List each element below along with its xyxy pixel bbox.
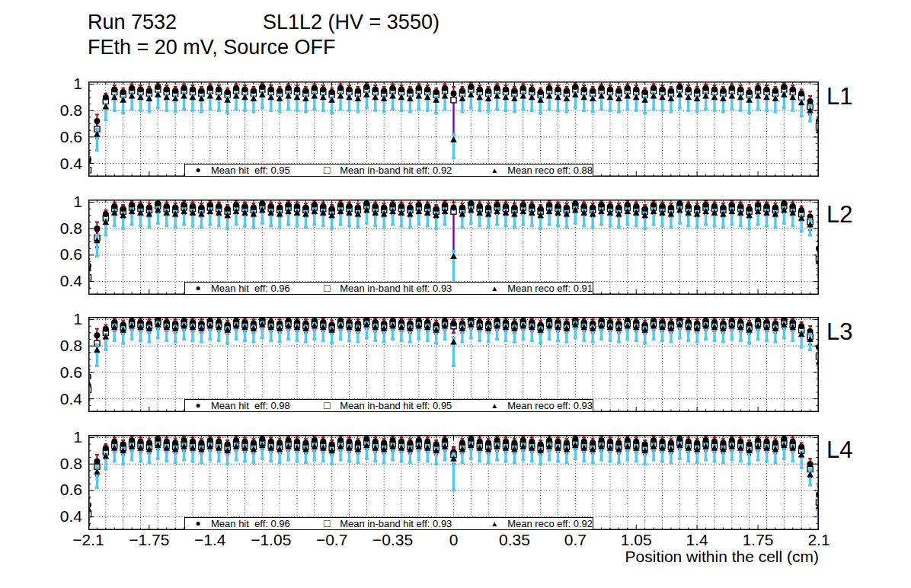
y-tick-label: 0.4	[37, 155, 82, 173]
y-tick-label: 0.4	[37, 507, 82, 526]
legend-filled-circle-icon: ●	[185, 283, 211, 294]
y-tick-label: 0.6	[37, 363, 82, 382]
efficiency-plot-L3	[88, 317, 819, 412]
legend-entry: □Mean in-band hit eff: 0.93	[314, 283, 481, 294]
efficiency-panel-L3: ●Mean hit eff: 0.98□Mean in-band hit eff…	[88, 317, 819, 412]
legend-label: Mean reco eff: 0.91	[507, 283, 593, 294]
y-tick-label: 0.8	[37, 337, 82, 355]
legend-label: Mean reco eff: 0.88	[507, 165, 593, 176]
y-tick-label: 1	[37, 310, 82, 328]
legend-filled-circle-icon: ●	[185, 165, 211, 176]
x-tick-label: −1.4	[184, 531, 237, 549]
legend-label: Mean hit eff: 0.96	[211, 283, 290, 294]
y-tick-label: 0.8	[37, 101, 82, 120]
legend-label: Mean reco eff: 0.92	[507, 518, 593, 529]
run-label: Run 7532	[88, 11, 177, 34]
efficiency-plot-L4	[88, 435, 819, 530]
x-tick-label: −0.35	[366, 531, 420, 549]
legend-L2: ●Mean hit eff: 0.96□Mean in-band hit eff…	[184, 282, 593, 295]
efficiency-panel-L1: ●Mean hit eff: 0.95□Mean in-band hit eff…	[88, 81, 819, 177]
y-tick-label: 0.4	[37, 272, 82, 290]
x-tick-label: −0.7	[305, 531, 359, 549]
legend-filled-triangle-icon: ▲	[481, 283, 507, 294]
legend-filled-circle-icon: ●	[185, 518, 211, 529]
y-tick-label: 0.8	[37, 219, 82, 238]
x-tick-label: 0.35	[487, 531, 541, 549]
x-tick-label: −2.1	[62, 531, 115, 549]
legend-filled-triangle-icon: ▲	[481, 518, 507, 529]
efficiency-panel-L4: ●Mean hit eff: 0.96□Mean in-band hit eff…	[88, 435, 819, 530]
legend-open-square-icon: □	[314, 518, 340, 529]
layer-label-L1: L1	[826, 83, 852, 110]
y-tick-label: 1	[37, 75, 82, 93]
y-tick-label: 0.8	[37, 455, 82, 473]
legend-label: Mean reco eff: 0.93	[507, 400, 593, 411]
legend-filled-circle-icon: ●	[185, 400, 211, 411]
y-tick-label: 0.4	[37, 390, 82, 408]
legend-open-square-icon: □	[314, 165, 340, 176]
efficiency-panel-L2: ●Mean hit eff: 0.96□Mean in-band hit eff…	[88, 200, 819, 295]
efficiency-plot-L2	[88, 200, 819, 295]
y-tick-label: 1	[37, 428, 82, 446]
legend-label: Mean in-band hit eff: 0.93	[340, 518, 452, 529]
legend-entry: ▲Mean reco eff: 0.92	[481, 518, 593, 529]
legend-label: Mean hit eff: 0.96	[211, 518, 290, 529]
x-tick-label: −1.05	[245, 531, 298, 549]
legend-entry: □Mean in-band hit eff: 0.92	[314, 165, 481, 176]
x-tick-label: 1.4	[670, 531, 724, 549]
legend-filled-triangle-icon: ▲	[481, 165, 507, 176]
legend-entry: ▲Mean reco eff: 0.88	[481, 165, 593, 176]
legend-entry: ●Mean hit eff: 0.95	[185, 165, 314, 176]
legend-entry: ●Mean hit eff: 0.96	[185, 518, 314, 529]
root-canvas: Run 7532 SL1L2 (HV = 3550) FEth = 20 mV,…	[0, 0, 911, 588]
chamber-hv-label: SL1L2 (HV = 3550)	[263, 11, 440, 34]
x-tick-label: 1.05	[609, 531, 663, 549]
legend-label: Mean in-band hit eff: 0.93	[340, 283, 452, 294]
legend-label: Mean in-band hit eff: 0.92	[340, 165, 452, 176]
legend-label: Mean in-band hit eff: 0.95	[340, 400, 452, 411]
x-tick-label: 2.1	[792, 531, 845, 549]
x-tick-label: 0	[427, 531, 481, 549]
legend-open-square-icon: □	[314, 400, 340, 411]
legend-L4: ●Mean hit eff: 0.96□Mean in-band hit eff…	[184, 517, 593, 530]
layer-label-L2: L2	[826, 201, 852, 228]
legend-L1: ●Mean hit eff: 0.95□Mean in-band hit eff…	[184, 164, 593, 177]
y-tick-label: 0.6	[37, 245, 82, 264]
x-tick-label: −1.75	[123, 531, 176, 549]
legend-entry: ●Mean hit eff: 0.98	[185, 400, 314, 411]
legend-entry: □Mean in-band hit eff: 0.93	[314, 518, 481, 529]
legend-entry: ●Mean hit eff: 0.96	[185, 283, 314, 294]
layer-label-L4: L4	[826, 436, 852, 464]
x-axis-title: Position within the cell (cm)	[514, 548, 819, 566]
efficiency-plot-L1	[88, 81, 819, 177]
legend-entry: ▲Mean reco eff: 0.93	[481, 400, 593, 411]
legend-open-square-icon: □	[314, 283, 340, 294]
legend-filled-triangle-icon: ▲	[481, 400, 507, 411]
legend-label: Mean hit eff: 0.98	[211, 400, 290, 411]
x-tick-label: 1.75	[731, 531, 785, 549]
conditions-label: FEth = 20 mV, Source OFF	[88, 36, 335, 59]
legend-label: Mean hit eff: 0.95	[211, 165, 290, 176]
layer-label-L3: L3	[826, 318, 852, 346]
legend-entry: ▲Mean reco eff: 0.91	[481, 283, 593, 294]
y-tick-label: 0.6	[37, 481, 82, 499]
x-tick-label: 0.7	[548, 531, 602, 549]
legend-entry: □Mean in-band hit eff: 0.95	[314, 400, 481, 411]
y-tick-label: 1	[37, 193, 82, 211]
y-tick-label: 0.6	[37, 128, 82, 146]
legend-L3: ●Mean hit eff: 0.98□Mean in-band hit eff…	[184, 399, 593, 412]
